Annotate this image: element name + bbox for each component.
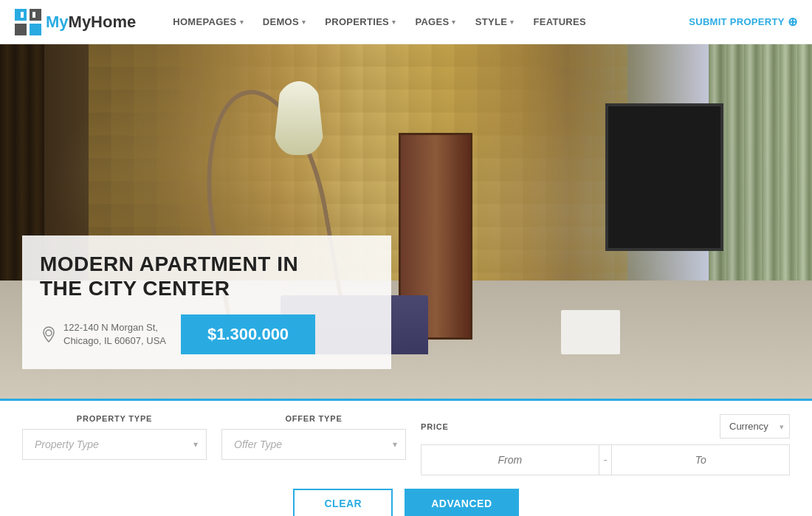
- offer-type-label: OFFER TYPE: [221, 414, 406, 423]
- offer-type-select[interactable]: Offer Type For Sale For Rent: [221, 429, 406, 460]
- hero-info-box: MODERN APARTMENT IN THE CITY CENTER 122-…: [22, 235, 391, 369]
- currency-select[interactable]: Currency USD EUR GBP: [720, 414, 790, 438]
- offer-type-group: OFFER TYPE Offer Type For Sale For Rent …: [221, 414, 406, 460]
- chevron-down-icon: ▾: [302, 18, 306, 26]
- property-type-select[interactable]: Property Type Apartment House Villa Offi…: [22, 429, 207, 460]
- price-dash: -: [599, 444, 612, 475]
- hero-price: $1.300.000: [181, 314, 315, 354]
- logo[interactable]: MyMyHome: [15, 9, 136, 35]
- price-top-row: PRICE Currency USD EUR GBP ▾: [421, 414, 790, 438]
- logo-text: MyMyHome: [46, 13, 136, 32]
- plus-icon: ⊕: [788, 15, 797, 29]
- price-to-input[interactable]: [611, 444, 790, 475]
- nav-demos[interactable]: DEMOS ▾: [255, 10, 313, 33]
- nav-features[interactable]: FEATURES: [526, 10, 594, 33]
- nav-properties[interactable]: PROPERTIES ▾: [317, 10, 403, 33]
- svg-rect-2: [15, 24, 27, 35]
- price-from-input[interactable]: [421, 444, 599, 475]
- nav-links: HOMEPAGES ▾ DEMOS ▾ PROPERTIES ▾ PAGES ▾…: [165, 10, 689, 33]
- price-label: PRICE: [421, 422, 449, 431]
- currency-select-wrap: Currency USD EUR GBP ▾: [720, 414, 790, 438]
- nav-style[interactable]: STYLE ▾: [468, 10, 522, 33]
- chevron-down-icon: ▾: [510, 18, 514, 26]
- advanced-button[interactable]: ADVANCED: [405, 489, 518, 516]
- hero-section: MODERN APARTMENT IN THE CITY CENTER 122-…: [0, 44, 812, 399]
- search-actions: CLEAR ADVANCED: [22, 478, 790, 516]
- svg-marker-4: [21, 12, 24, 18]
- tv-shape: [605, 103, 723, 251]
- side-table: [561, 310, 620, 354]
- chevron-down-icon: ▾: [392, 18, 396, 26]
- property-type-label: PROPERTY TYPE: [22, 414, 207, 423]
- svg-point-6: [46, 330, 52, 336]
- search-fields: PROPERTY TYPE Property Type Apartment Ho…: [22, 414, 790, 475]
- location-pin-icon: [40, 326, 58, 343]
- property-type-wrap: Property Type Apartment House Villa Offi…: [22, 429, 207, 460]
- property-type-group: PROPERTY TYPE Property Type Apartment Ho…: [22, 414, 207, 460]
- clear-button[interactable]: CLEAR: [293, 489, 393, 516]
- price-inputs: -: [421, 444, 790, 475]
- search-bar: PROPERTY TYPE Property Type Apartment Ho…: [0, 399, 812, 516]
- price-group: PRICE Currency USD EUR GBP ▾ -: [421, 414, 790, 475]
- lamp-shade: [273, 81, 325, 155]
- chevron-down-icon: ▾: [240, 18, 244, 26]
- navbar: MyMyHome HOMEPAGES ▾ DEMOS ▾ PROPERTIES …: [0, 0, 812, 44]
- currency-group: Currency USD EUR GBP ▾: [720, 414, 790, 438]
- hero-address-row: 122-140 N Morgan St, Chicago, IL 60607, …: [40, 314, 374, 354]
- nav-pages[interactable]: PAGES ▾: [407, 10, 463, 33]
- svg-rect-3: [30, 24, 41, 35]
- hero-address: 122-140 N Morgan St, Chicago, IL 60607, …: [63, 321, 166, 348]
- logo-icon: [15, 9, 41, 35]
- chevron-down-icon: ▾: [452, 18, 455, 26]
- hero-title: MODERN APARTMENT IN THE CITY CENTER: [40, 252, 374, 301]
- nav-homepages[interactable]: HOMEPAGES ▾: [165, 10, 251, 33]
- submit-property-button[interactable]: SUBMIT PROPERTY ⊕: [689, 15, 797, 29]
- offer-type-wrap: Offer Type For Sale For Rent ▾: [221, 429, 406, 460]
- svg-marker-5: [32, 12, 35, 18]
